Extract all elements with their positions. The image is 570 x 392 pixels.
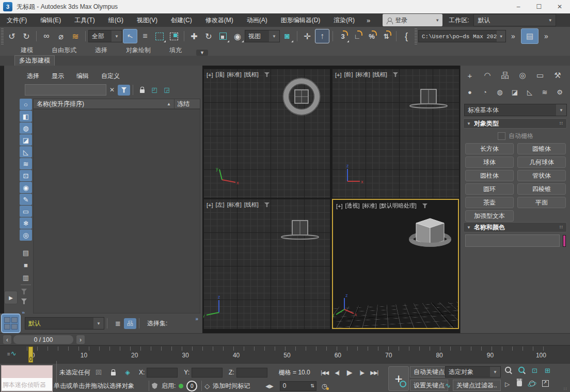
select-and-place-button[interactable]: ◉ [231,29,244,43]
explorer-menu-item[interactable]: 编辑 [76,72,89,81]
primitive-button[interactable]: 平面 [517,197,566,208]
selection-lock-toggle[interactable] [106,366,120,379]
viewport-menu-shading[interactable]: [默认明暗处理] [379,202,417,210]
viewport-menu-standard[interactable]: [标准] [227,71,242,79]
display-bones-icon[interactable]: ✎ [20,194,32,205]
key-mode-toggle-icon[interactable]: ◀▶ [265,383,273,389]
percent-snap-toggle[interactable]: % [365,29,378,43]
per-viewport-filter-icon[interactable] [264,202,270,207]
viewport-menu-standard[interactable]: [标准] [362,202,377,210]
explorer-menu-item[interactable]: 显示 [52,72,64,81]
ribbon-tab[interactable]: 自由形式 [44,45,84,56]
maxscript-mini-listener[interactable]: 脚本迷你侦听器 [1,365,53,392]
viewport-perspective[interactable]: [+] [透视] [标准] [默认明暗处理] z y x [332,199,459,329]
toolbar-overflow-chevrons-2[interactable]: » [540,29,553,43]
scene-object-list[interactable] [33,109,200,313]
explorer-menu-item[interactable]: 选择 [27,72,39,81]
toolbar-grip[interactable] [415,28,417,44]
menu-item[interactable]: 动画(A) [240,13,274,27]
zoom-icon[interactable] [505,367,511,374]
ribbon-tab[interactable]: 填充 [162,45,189,56]
y-coordinate-field[interactable] [192,368,223,378]
redo-button[interactable]: ↻ [20,29,33,43]
material-view-icon[interactable]: ■ [20,260,32,270]
current-frame-field[interactable]: 0⇅ [280,381,316,391]
primitive-button[interactable]: 茶壶 [465,197,514,208]
layer-view-icon[interactable]: ▥ [20,272,32,283]
explorer-collapse-button[interactable]: ▶ [4,291,18,304]
toolbar-overflow-chevrons[interactable]: » [506,29,520,43]
menu-item[interactable]: 图形编辑器(D) [274,13,327,27]
z-coordinate-field[interactable] [236,368,267,378]
ribbon-tab[interactable]: 对象绘制 [119,45,158,56]
scene-explorer-toggle-button[interactable]: 品 [124,318,136,329]
unlink-selection-icon[interactable]: ⌀ [54,29,68,43]
display-cameras-icon[interactable]: ◪ [20,134,32,146]
explorer-search-input[interactable] [25,84,106,96]
use-pivot-center-button[interactable]: ◙ [280,29,294,43]
listener-macro-row[interactable] [2,366,52,379]
snap-toggle-3d-button[interactable]: 3 [336,29,350,43]
viewport-menu-plus[interactable]: [+] [336,203,343,209]
display-containers-icon[interactable]: ▭ [20,206,32,217]
viewport-menu-view[interactable]: [透视] [345,202,360,210]
display-groups-icon[interactable]: ⊡ [20,170,32,181]
viewport-layout-tabs-button[interactable] [1,313,21,333]
expand-hierarchy-button[interactable]: ◰ [148,85,161,96]
rectangular-selection-region-button[interactable] [153,29,166,43]
name-color-rollout-header[interactable]: ▼ 名称和颜色 ∷ [463,222,567,232]
undo-button[interactable]: ↺ [5,29,19,43]
explorer-preset-dropdown[interactable]: 默认 ▼ [25,317,104,330]
per-viewport-filter-icon[interactable] [264,72,270,77]
absolute-offset-mode-toggle[interactable]: ◈ [121,366,134,379]
keyboard-shortcut-override-toggle[interactable]: ↑ [315,29,329,43]
time-slider-handle[interactable]: 0 / 100 [13,335,73,344]
geometry-subtab[interactable]: ● [464,86,476,98]
primitive-button[interactable]: 球体 [465,156,514,168]
polygon-modeling-panel-button[interactable]: 多边形建模 [14,55,55,66]
object-name-input[interactable] [465,234,560,247]
lock-explorer-button[interactable] [136,85,148,96]
select-and-scale-button[interactable] [216,29,230,43]
per-viewport-filter-icon[interactable] [422,203,427,208]
workspace-dropdown[interactable]: 默认 ▼ [473,14,556,26]
login-dropdown[interactable]: 登录 ▼ [383,14,442,26]
object-type-rollout-header[interactable]: ▼ 对象类型 ∷ [463,118,567,129]
window-crossing-toggle[interactable] [167,29,181,43]
viewport-menu-plus[interactable]: [+] [207,72,213,78]
menu-item[interactable]: 工具(T) [68,13,101,27]
viewport-front[interactable]: [+] [前] [标准] [线框] x z [332,69,459,198]
primitive-button[interactable]: 几何球体 [517,156,566,168]
display-tab[interactable]: ▭ [534,69,546,82]
set-key-button[interactable]: 设置关键点 [410,380,448,391]
viewport-menu-plus[interactable]: [+] [207,202,213,208]
select-and-rotate-button[interactable]: ↻ [202,29,215,43]
autogrid-checkbox[interactable] [498,132,505,140]
viewport-menu-plus[interactable]: [+] [335,72,342,78]
viewport-menu-shading[interactable]: [线框] [373,71,387,79]
primitive-button[interactable]: 管状体 [517,170,566,181]
bind-to-spacewarp-icon[interactable]: ≋ [69,29,82,43]
object-color-swatch[interactable] [563,235,566,247]
lights-subtab[interactable]: ◍ [494,86,506,98]
display-geometry-icon[interactable]: ◧ [20,111,32,122]
primitive-button[interactable]: 加强型文本 [465,210,514,222]
timeline-current-frame-handle[interactable]: 0 [28,347,33,363]
set-keys-button[interactable]: + [388,366,409,391]
select-and-link-icon[interactable]: ∞ [40,29,53,43]
key-filters-button[interactable]: 关键点过滤器.. [453,380,501,391]
mini-curve-editor-icon[interactable]: ∿ [7,350,17,357]
field-of-view-icon[interactable]: ▷ [505,381,510,388]
display-helpers-icon[interactable]: ◺ [20,146,32,158]
filter-settings-icon[interactable] [21,289,27,294]
display-lights-icon[interactable]: ◍ [20,122,32,134]
name-column-header[interactable]: 名称(按升序排序) ▲ [34,99,175,108]
timeline-ruler[interactable]: 0102030405060708090100 0 [27,347,547,363]
viewport-menu-standard[interactable]: [标准] [356,71,370,79]
create-tab[interactable]: + [464,69,476,82]
clear-search-icon[interactable]: ✕ [109,86,115,93]
resize-grip-icon[interactable]: ∷ [564,386,567,391]
selection-filter-dropdown[interactable]: 全部 ▼ [88,30,122,42]
menu-overflow-chevrons[interactable]: » [361,17,375,24]
menu-item[interactable]: 视图(V) [130,13,164,27]
